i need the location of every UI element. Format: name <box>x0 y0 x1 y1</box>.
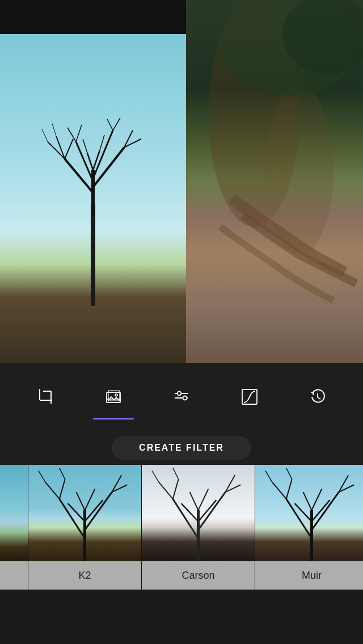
filter-thumb-k2 <box>28 465 141 561</box>
svg-line-55 <box>159 482 173 499</box>
svg-line-40 <box>60 499 85 539</box>
svg-line-13 <box>76 125 82 142</box>
svg-line-15 <box>52 124 56 136</box>
photo-left <box>0 34 186 363</box>
svg-line-53 <box>173 499 199 539</box>
filter-thumb-muir <box>255 465 363 561</box>
svg-line-4 <box>93 130 113 179</box>
curves-icon <box>237 384 262 409</box>
tree-scene-right <box>186 0 363 363</box>
svg-line-61 <box>182 503 199 522</box>
svg-line-5 <box>48 142 65 159</box>
filter-item-partial[interactable] <box>0 465 28 590</box>
svg-line-14 <box>42 129 48 142</box>
svg-line-10 <box>107 119 113 130</box>
svg-line-77 <box>286 468 292 479</box>
svg-point-35 <box>183 396 187 400</box>
filter-thumb-carson <box>142 465 255 561</box>
filter-label-muir: Muir <box>255 561 363 590</box>
filter-item-muir[interactable]: Muir <box>255 465 363 590</box>
svg-line-56 <box>173 479 179 499</box>
filters-row: K2 Carson <box>0 465 363 590</box>
create-filter-button[interactable]: CREATE FILTER <box>112 436 251 460</box>
svg-line-11 <box>113 118 120 130</box>
svg-line-74 <box>295 503 312 522</box>
svg-line-50 <box>39 471 45 482</box>
toolbar-item-curves[interactable] <box>216 374 284 420</box>
svg-line-12 <box>67 128 76 142</box>
filter-item-carson[interactable]: Carson <box>142 465 255 590</box>
svg-line-51 <box>60 468 65 479</box>
svg-line-17 <box>93 150 100 170</box>
create-filter-area: CREATE FILTER <box>0 431 363 465</box>
svg-line-64 <box>173 468 179 479</box>
svg-line-73 <box>312 489 322 510</box>
svg-point-31 <box>115 394 117 396</box>
svg-line-47 <box>85 489 95 510</box>
svg-line-18 <box>83 139 87 153</box>
filter-item-k2[interactable]: K2 <box>28 465 142 590</box>
svg-line-16 <box>87 153 93 170</box>
svg-line-66 <box>286 499 312 539</box>
svg-line-72 <box>303 492 312 510</box>
svg-line-69 <box>286 479 292 499</box>
toolbar <box>0 363 363 431</box>
svg-line-48 <box>68 503 85 522</box>
svg-line-41 <box>85 492 112 530</box>
filter-label-carson: Carson <box>142 561 255 590</box>
svg-line-54 <box>199 492 226 530</box>
svg-line-60 <box>199 489 209 510</box>
svg-line-38 <box>318 397 320 399</box>
tree-trunk <box>91 204 95 306</box>
toolbar-item-history[interactable] <box>284 374 352 420</box>
svg-line-7 <box>65 139 73 159</box>
svg-line-19 <box>100 135 104 150</box>
filter-thumb-partial <box>0 465 28 561</box>
svg-line-43 <box>60 479 65 499</box>
history-icon <box>305 384 330 409</box>
svg-line-59 <box>190 492 199 510</box>
tree-branches <box>36 113 150 215</box>
crop-icon <box>33 384 58 409</box>
sliders-icon <box>169 384 194 409</box>
photo-area <box>0 0 363 363</box>
tree-scene-left <box>0 34 186 363</box>
filter-label-k2: K2 <box>28 561 141 590</box>
svg-line-6 <box>56 136 65 159</box>
svg-line-68 <box>272 482 286 499</box>
toolbar-item-filters[interactable] <box>79 374 147 420</box>
svg-line-76 <box>265 471 272 482</box>
svg-line-1 <box>65 159 93 193</box>
create-filter-label: CREATE FILTER <box>139 443 224 452</box>
svg-point-34 <box>178 392 182 396</box>
toolbar-item-crop[interactable] <box>11 374 79 420</box>
photo-right <box>186 0 363 363</box>
svg-line-46 <box>77 492 85 510</box>
filters-icon <box>101 384 126 409</box>
toolbar-item-adjustments[interactable] <box>147 374 216 420</box>
svg-line-67 <box>312 492 339 530</box>
svg-line-42 <box>45 482 60 499</box>
svg-line-63 <box>152 471 159 482</box>
filter-label-partial <box>0 561 28 590</box>
